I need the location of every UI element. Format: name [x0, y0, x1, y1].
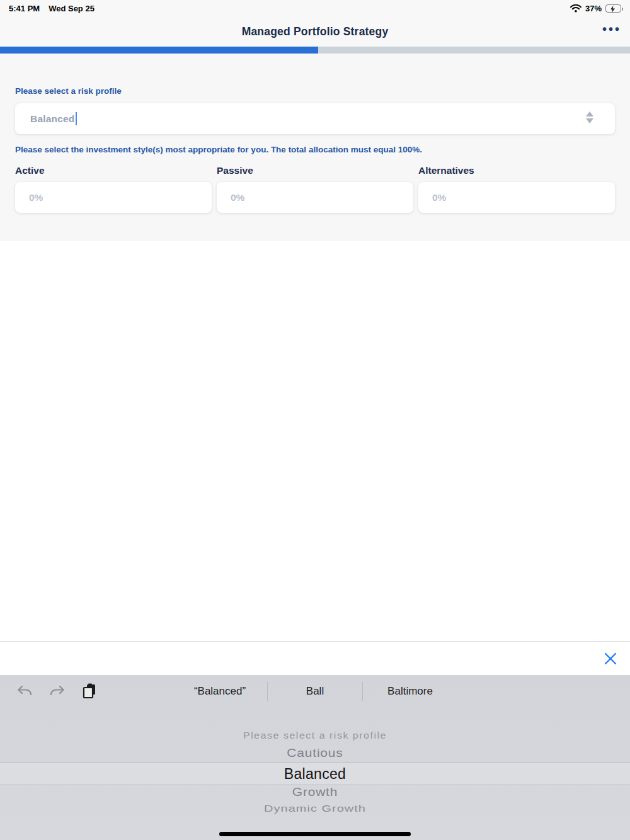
alternatives-label: Alternatives: [418, 165, 615, 176]
suggestion-baltimore[interactable]: Baltimore: [363, 685, 457, 698]
picker-option-cautious[interactable]: Cautious: [0, 747, 630, 759]
passive-input[interactable]: [217, 182, 413, 213]
app-screen: 5:41 PM Wed Sep 25 37% Managed Po: [0, 0, 630, 840]
picker-option-growth[interactable]: Growth: [0, 786, 630, 798]
active-input[interactable]: [15, 182, 212, 213]
picker-option-balanced-selected[interactable]: Balanced: [0, 766, 630, 783]
active-label: Active: [15, 165, 212, 176]
battery-percent: 37%: [585, 4, 602, 13]
status-bar: 5:41 PM Wed Sep 25 37%: [0, 0, 630, 17]
passive-label: Passive: [217, 165, 413, 176]
risk-profile-input[interactable]: Balanced: [15, 103, 615, 134]
stepper-arrows-icon[interactable]: [586, 111, 593, 123]
suggestion-quoted[interactable]: “Balanced”: [173, 685, 267, 698]
page-title: Managed Portfolio Strategy: [242, 25, 389, 38]
wifi-icon: [570, 4, 581, 13]
picker-title: Please select a risk profile: [0, 731, 630, 741]
allocation-col-passive: Passive: [217, 165, 413, 213]
progress-fill: [0, 47, 318, 54]
status-date: Wed Sep 25: [49, 4, 94, 13]
suggestion-bar: “Balanced” Ball Baltimore: [0, 675, 630, 708]
status-time: 5:41 PM: [9, 4, 40, 13]
alternatives-input[interactable]: [418, 182, 615, 213]
chevron-up-icon: [586, 111, 593, 116]
allocation-row: Active Passive Alternatives: [15, 165, 615, 213]
progress-bar: [0, 47, 630, 54]
battery-icon: [605, 4, 621, 13]
risk-profile-label: Please select a risk profile: [15, 86, 615, 96]
charging-bolt-icon: [610, 6, 616, 13]
autocomplete-suggestions: “Balanced” Ball Baltimore: [0, 675, 630, 708]
suggestion-ball[interactable]: Ball: [268, 685, 362, 698]
home-indicator[interactable]: [219, 832, 411, 836]
text-cursor: [76, 112, 77, 125]
chevron-down-icon: [586, 118, 593, 123]
allocation-col-alternatives: Alternatives: [418, 165, 615, 213]
close-picker-icon[interactable]: [602, 650, 619, 667]
form-section: Please select a risk profile Balanced Pl…: [0, 54, 630, 241]
keyboard-area: “Balanced” Ball Baltimore Please select …: [0, 675, 630, 840]
picker-option-dynamic-growth[interactable]: Dynamic Growth: [0, 803, 630, 814]
picker-accessory-bar: [0, 641, 630, 675]
more-options-icon[interactable]: •••: [602, 22, 621, 37]
nav-header: Managed Portfolio Strategy •••: [0, 17, 630, 47]
allocation-instruction: Please select the investment style(s) mo…: [15, 145, 615, 154]
risk-profile-value: Balanced: [30, 113, 75, 125]
allocation-col-active: Active: [15, 165, 212, 213]
